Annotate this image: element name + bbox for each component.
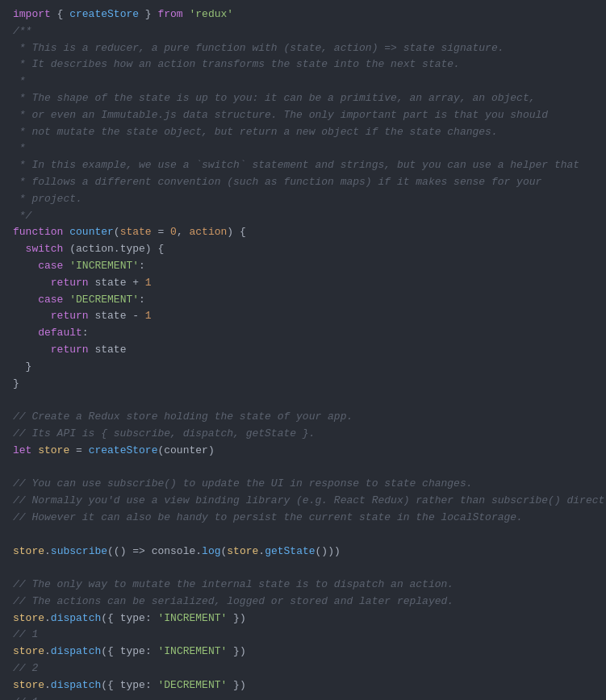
- code-line: return state - 1: [13, 308, 593, 325]
- token-comment: // The actions can be serialized, logged…: [13, 595, 453, 607]
- token-kw-default: default: [38, 327, 82, 339]
- code-line: store.dispatch({ type: 'INCREMENT' }): [13, 610, 593, 627]
- token-fn-name: counter: [69, 226, 114, 238]
- code-line: }: [13, 359, 593, 376]
- token-fn-name: getState: [265, 545, 315, 557]
- code-line: [13, 392, 593, 409]
- token-fn-name: log: [202, 545, 220, 557]
- token-plain: type: [120, 679, 145, 691]
- code-line: * project.: [13, 191, 593, 208]
- token-num: 0: [170, 226, 177, 238]
- token-plain: .: [44, 645, 51, 657]
- code-line: return state + 1: [13, 275, 593, 292]
- code-line: return state: [13, 342, 593, 359]
- token-comment: // The only way to mutate the internal s…: [13, 578, 453, 590]
- token-plain: =: [69, 444, 88, 456]
- code-line: *: [13, 140, 593, 157]
- token-plain: console: [152, 545, 196, 557]
- code-line: *: [13, 73, 593, 90]
- token-plain: type: [120, 645, 145, 657]
- token-plain: =: [152, 226, 170, 238]
- code-line: // The actions can be serialized, logged…: [13, 594, 593, 610]
- token-plain: [13, 243, 26, 255]
- code-line: [13, 527, 593, 544]
- token-num: 1: [145, 310, 152, 322]
- code-line: * or even an Immutable.js data structure…: [13, 107, 593, 124]
- token-param: state: [120, 226, 152, 238]
- token-plain: :: [139, 294, 145, 306]
- code-line: case 'INCREMENT':: [13, 258, 593, 275]
- token-str: 'INCREMENT': [157, 612, 227, 624]
- token-plain: [13, 327, 38, 339]
- token-plain: (counter): [157, 444, 214, 456]
- token-plain: }): [227, 679, 245, 691]
- token-plain: ())): [316, 545, 341, 557]
- code-line: // 2: [13, 660, 593, 677]
- code-line: * In this example, we use a `switch` sta…: [13, 157, 593, 174]
- token-comment: // 1: [13, 628, 38, 640]
- token-plain: :: [82, 327, 89, 339]
- token-plain: .: [44, 679, 51, 691]
- token-plain: (() =>: [107, 545, 152, 557]
- token-fn-name: createStore: [89, 444, 158, 456]
- token-plain: [13, 310, 51, 322]
- token-store-name: store: [13, 645, 44, 657]
- token-plain: state +: [89, 277, 145, 289]
- code-line: let store = createStore(counter): [13, 443, 593, 460]
- code-line: // You can use subscribe() to update the…: [13, 476, 593, 493]
- token-kw-case: case: [38, 260, 63, 272]
- code-line: switch (action.type) {: [13, 241, 593, 258]
- code-line: case 'DECREMENT':: [13, 292, 593, 309]
- token-comment: // However it can also be handy to persi…: [13, 511, 523, 523]
- code-line: [13, 460, 593, 477]
- token-fn-name: dispatch: [51, 645, 101, 657]
- code-line: * follows a different convention (such a…: [13, 174, 593, 191]
- token-plain: }): [227, 612, 245, 624]
- token-store-name: store: [13, 679, 44, 691]
- token-plain: :: [139, 260, 145, 272]
- code-line: // However it can also be handy to persi…: [13, 510, 593, 527]
- code-line: */: [13, 208, 593, 225]
- token-plain: }: [139, 8, 157, 20]
- code-line: * This is a reducer, a pure function wit…: [13, 40, 593, 57]
- token-comment: // You can use subscribe() to update the…: [13, 477, 473, 490]
- token-comment: // Create a Redux store holding the stat…: [13, 410, 353, 423]
- token-plain: (action.type) {: [63, 243, 164, 255]
- token-str: 'DECREMENT': [157, 679, 227, 691]
- token-str: 'INCREMENT': [157, 645, 227, 657]
- token-kw-function: function: [13, 226, 63, 238]
- token-comment: // Normally you'd use a view binding lib…: [13, 494, 604, 506]
- code-line: // Normally you'd use a view binding lib…: [13, 493, 593, 510]
- code-line: // Its API is { subscribe, dispatch, get…: [13, 426, 593, 443]
- token-kw-case: case: [38, 294, 63, 306]
- token-param: action: [190, 226, 228, 238]
- token-doc-comment: *: [13, 75, 26, 87]
- token-kw-let: let: [13, 444, 31, 456]
- token-plain: :: [145, 645, 158, 657]
- token-num: 1: [145, 277, 152, 289]
- code-line: // The only way to mutate the internal s…: [13, 577, 593, 594]
- code-line: * not mutate the state object, but retur…: [13, 124, 593, 141]
- code-line: store.subscribe(() => console.log(store.…: [13, 544, 593, 560]
- token-doc-comment: /**: [13, 25, 31, 37]
- code-line: // Create a Redux store holding the stat…: [13, 409, 593, 426]
- code-line: store.dispatch({ type: 'INCREMENT' }): [13, 644, 593, 660]
- token-doc-comment: *: [13, 142, 26, 154]
- token-fn-name: dispatch: [51, 679, 101, 691]
- token-comment: // 1: [13, 696, 38, 700]
- token-plain: ) {: [227, 226, 245, 238]
- token-doc-comment: * project.: [13, 193, 82, 205]
- token-plain: [13, 260, 38, 272]
- code-line: }: [13, 376, 593, 393]
- token-plain: .: [44, 612, 51, 624]
- token-doc-comment: * It describes how an action transforms …: [13, 58, 460, 70]
- token-doc-comment: * not mutate the state object, but retur…: [13, 126, 498, 138]
- token-kw-from: from: [157, 8, 182, 20]
- code-line: store.dispatch({ type: 'DECREMENT' }): [13, 677, 593, 694]
- token-kw-import: import: [13, 8, 51, 20]
- token-plain: ({: [101, 645, 119, 657]
- token-doc-comment: * follows a different convention (such a…: [13, 176, 541, 188]
- token-plain: [13, 294, 38, 306]
- token-plain: (: [114, 226, 120, 238]
- token-plain: }: [13, 360, 31, 373]
